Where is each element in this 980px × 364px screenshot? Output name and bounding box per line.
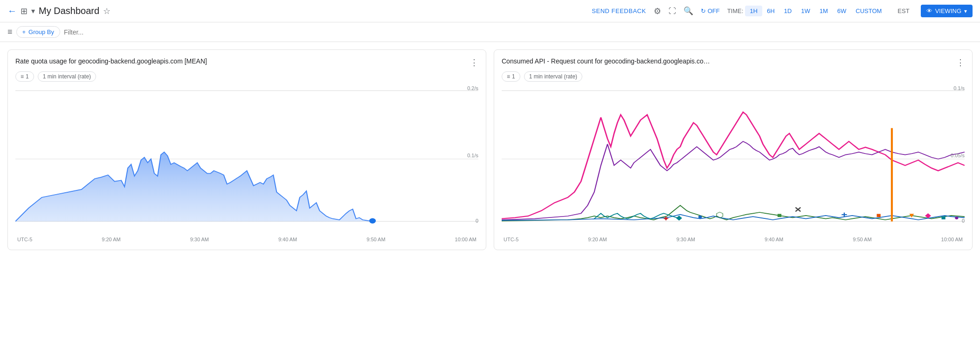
svg-text:◆: ◆ bbox=[676, 214, 682, 221]
main-content: Rate quota usage for geocoding-backend.g… bbox=[0, 42, 980, 258]
filter-input[interactable] bbox=[64, 28, 973, 36]
chart-2-y-label-bottom: 0 bbox=[962, 218, 965, 224]
viewing-button[interactable]: 👁 VIEWING ▾ bbox=[921, 5, 973, 17]
chart-1-x-labels: UTC-5 9:20 AM 9:30 AM 9:40 AM 9:50 AM 10… bbox=[15, 237, 478, 242]
time-1d-button[interactable]: 1D bbox=[780, 6, 797, 16]
x-label-4: 9:50 AM bbox=[366, 237, 385, 242]
x2-label-5: 10:00 AM bbox=[941, 237, 963, 242]
x2-label-4: 9:50 AM bbox=[853, 237, 871, 242]
header: ← ⊞ ▾ My Dashboard ☆ SEND FEEDBACK ⚙ ⛶ 🔍… bbox=[0, 0, 980, 22]
timezone-button[interactable]: EST bbox=[894, 6, 913, 16]
svg-text:+: + bbox=[841, 210, 847, 219]
chart-2-svg: ✦ ◆ ● ⬡ ■ ✕ + ■ ▼ ◆ ■ bbox=[502, 85, 965, 235]
x-label-5: 10:00 AM bbox=[455, 237, 476, 242]
svg-text:▼: ▼ bbox=[908, 212, 916, 219]
time-1m-button[interactable]: 1M bbox=[815, 6, 833, 16]
filter-icon: ≡ bbox=[21, 73, 24, 80]
chart-1-chips: ≡ 1 1 min interval (rate) bbox=[15, 71, 478, 82]
svg-text:⬡: ⬡ bbox=[716, 211, 724, 219]
chart-2-filter-chip[interactable]: ≡ 1 bbox=[502, 71, 520, 82]
header-left: ← ⊞ ▾ My Dashboard ☆ bbox=[7, 6, 588, 16]
x2-label-1: 9:20 AM bbox=[588, 237, 607, 242]
chart-1-more-icon[interactable]: ⋮ bbox=[470, 57, 478, 68]
x2-label-2: 9:30 AM bbox=[676, 237, 695, 242]
chip-4-label: 1 min interval (rate) bbox=[529, 73, 577, 80]
chart-1-y-label-bottom: 0 bbox=[476, 218, 478, 224]
chart-1-interval-chip[interactable]: 1 min interval (rate) bbox=[38, 71, 96, 82]
x2-label-3: 9:40 AM bbox=[765, 237, 783, 242]
time-1h-button[interactable]: 1H bbox=[745, 6, 762, 16]
filter-icon-2: ≡ bbox=[507, 73, 510, 80]
back-button[interactable]: ← bbox=[7, 6, 17, 16]
chip-2-label: 1 min interval (rate) bbox=[43, 73, 91, 80]
time-1w-button[interactable]: 1W bbox=[796, 6, 815, 16]
chart-2-interval-chip[interactable]: 1 min interval (rate) bbox=[524, 71, 582, 82]
dashboard-dropdown-icon[interactable]: ▾ bbox=[31, 7, 35, 15]
plus-icon: + bbox=[22, 28, 26, 35]
header-icons: ⚙ ⛶ 🔍 bbox=[654, 6, 693, 16]
hamburger-icon[interactable]: ≡ bbox=[7, 27, 13, 37]
chart-2-chips: ≡ 1 1 min interval (rate) bbox=[502, 71, 965, 82]
fullscreen-icon[interactable]: ⛶ bbox=[669, 7, 676, 15]
x-label-3: 9:40 AM bbox=[278, 237, 297, 242]
chart-2-y-label-top: 0.1/s bbox=[953, 85, 965, 91]
svg-text:■: ■ bbox=[876, 212, 881, 219]
svg-text:■: ■ bbox=[777, 212, 782, 219]
send-feedback-button[interactable]: SEND FEEDBACK bbox=[592, 7, 646, 14]
chart-2-title: Consumed API - Request count for geocodi… bbox=[502, 57, 710, 65]
eye-icon: 👁 bbox=[926, 7, 932, 14]
time-6w-button[interactable]: 6W bbox=[833, 6, 851, 16]
refresh-icon: ↻ bbox=[701, 7, 706, 14]
chart-2-y-label-mid: 0.05/s bbox=[951, 153, 965, 158]
chart-1-svg bbox=[15, 85, 478, 235]
x-label-0: UTC-5 bbox=[17, 237, 32, 242]
chip-3-label: 1 bbox=[512, 73, 515, 80]
search-icon[interactable]: 🔍 bbox=[683, 6, 693, 16]
time-custom-button[interactable]: CUSTOM bbox=[851, 6, 886, 16]
toolbar: ≡ + Group By bbox=[0, 22, 980, 42]
dashboard-icon: ⊞ bbox=[21, 6, 28, 16]
chip-1-label: 1 bbox=[26, 73, 29, 80]
chart-1-area: 0.2/s 0.1/s 0 bbox=[15, 85, 478, 235]
chart-card-2: Consumed API - Request count for geocodi… bbox=[494, 49, 973, 250]
chart-1-header: Rate quota usage for geocoding-backend.g… bbox=[15, 57, 478, 68]
x2-label-0: UTC-5 bbox=[504, 237, 518, 242]
group-by-button[interactable]: + Group By bbox=[16, 26, 61, 38]
chart-2-more-icon[interactable]: ⋮ bbox=[956, 57, 965, 68]
svg-text:✦: ✦ bbox=[662, 215, 670, 223]
settings-icon[interactable]: ⚙ bbox=[654, 6, 661, 16]
chart-1-y-label-top: 0.2/s bbox=[467, 85, 478, 91]
page-title: My Dashboard bbox=[39, 6, 99, 16]
chart-1-filter-chip[interactable]: ≡ 1 bbox=[15, 71, 34, 82]
header-center: SEND FEEDBACK ⚙ ⛶ 🔍 ↻ OFF TIME: 1H 6H 1D… bbox=[592, 5, 973, 17]
svg-text:●: ● bbox=[697, 212, 703, 220]
star-icon[interactable]: ☆ bbox=[103, 6, 110, 16]
svg-text:●: ● bbox=[954, 214, 959, 221]
chart-2-area: 0.1/s 0.05/s 0 bbox=[502, 85, 965, 235]
time-section: TIME: 1H 6H 1D 1W 1M 6W CUSTOM bbox=[727, 6, 887, 16]
svg-text:■: ■ bbox=[941, 214, 945, 221]
chart-1-y-label-mid: 0.1/s bbox=[467, 153, 478, 158]
svg-point-4 bbox=[369, 218, 376, 224]
chart-2-header: Consumed API - Request count for geocodi… bbox=[502, 57, 965, 68]
chart-card-1: Rate quota usage for geocoding-backend.g… bbox=[7, 49, 486, 250]
auto-refresh-control[interactable]: ↻ OFF bbox=[701, 7, 720, 14]
chart-1-title: Rate quota usage for geocoding-backend.g… bbox=[15, 57, 207, 65]
time-6h-button[interactable]: 6H bbox=[762, 6, 780, 16]
svg-text:✕: ✕ bbox=[794, 206, 802, 214]
time-label: TIME: bbox=[727, 7, 744, 14]
group-by-label: Group By bbox=[28, 28, 54, 35]
auto-refresh-label: OFF bbox=[708, 7, 720, 14]
viewing-label: VIEWING bbox=[935, 7, 961, 14]
x-label-2: 9:30 AM bbox=[190, 237, 209, 242]
svg-text:◆: ◆ bbox=[925, 212, 931, 219]
x-label-1: 9:20 AM bbox=[102, 237, 120, 242]
chevron-down-icon: ▾ bbox=[964, 8, 967, 14]
chart-2-x-labels: UTC-5 9:20 AM 9:30 AM 9:40 AM 9:50 AM 10… bbox=[502, 237, 965, 242]
